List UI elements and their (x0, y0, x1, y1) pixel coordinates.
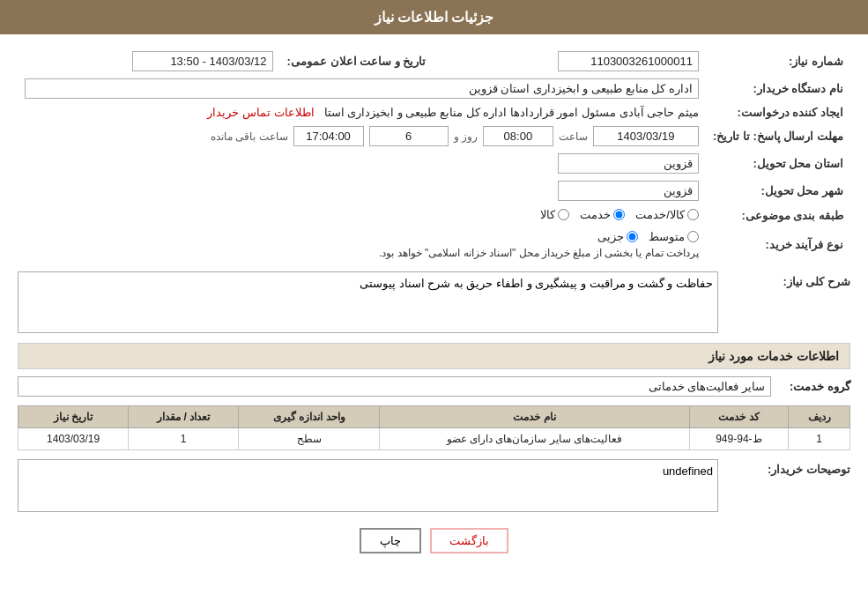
purchase-type-radio-group: متوسط جزیی (597, 230, 699, 243)
category-khidmat[interactable]: خدمت (580, 208, 625, 221)
col-service-name: نام خدمت (380, 406, 689, 428)
province-value: قزوین (558, 153, 699, 174)
need-description-label: شرح کلی نیاز: (727, 271, 850, 288)
creator-value: میثم حاجی آبادی مسئول امور قراردادها ادا… (324, 106, 699, 119)
buyer-notes-label: توصیحات خریدار: (727, 459, 850, 476)
buyer-org-value: اداره کل منابع طبیعی و ابخیزداری استان ق… (25, 78, 699, 99)
col-need-date: تاریخ نیاز (19, 406, 129, 428)
reply-days-label: روز و (454, 130, 478, 143)
page-title: جزئیات اطلاعات نیاز (375, 10, 494, 25)
reply-days-value: 6 (369, 126, 449, 146)
city-label: شهر محل تحویل: (706, 177, 850, 204)
buyer-notes-textarea[interactable] (18, 459, 718, 512)
col-unit: واحد اندازه گیری (239, 406, 380, 428)
cell-unit: سطح (239, 428, 380, 450)
cell-row-num: 1 (789, 428, 850, 450)
reply-deadline-label: مهلت ارسال پاسخ: تا تاریخ: (706, 123, 850, 150)
print-button[interactable]: چاپ (360, 528, 421, 553)
province-label: استان محل تحویل: (706, 150, 850, 177)
cell-need-date: 1403/03/19 (19, 428, 129, 450)
need-description-textarea[interactable] (18, 271, 718, 333)
category-kala-khidmat-radio[interactable] (687, 209, 699, 220)
creator-contact-link[interactable]: اطلاعات تماس خریدار (207, 106, 314, 119)
service-group-label: گروه خدمت: (780, 380, 850, 393)
announce-datetime-label: تاریخ و ساعت اعلان عمومی: (280, 48, 444, 75)
buyer-org-label: نام دستگاه خریدار: (706, 75, 850, 102)
category-kala[interactable]: کالا (540, 208, 569, 221)
city-value: قزوین (558, 181, 699, 201)
col-row-num: ردیف (789, 406, 850, 428)
category-kala-radio[interactable] (558, 209, 569, 220)
cell-quantity: 1 (129, 428, 239, 450)
purchase-type-label: نوع فرآیند خرید: (706, 227, 850, 263)
need-number-value: 1103003261000011 (558, 51, 699, 71)
reply-time-value: 08:00 (483, 126, 553, 146)
service-group-value: سایر فعالیت‌های خدماتی (18, 376, 771, 397)
col-service-code: کد خدمت (689, 406, 789, 428)
purchase-type-mutavasset-radio[interactable] (687, 231, 699, 242)
reply-time-label: ساعت (559, 130, 588, 143)
category-label: طبقه بندی موضوعی: (706, 204, 850, 227)
purchase-note: پرداخت تمام یا بخشی از مبلغ خریداز محل "… (379, 247, 699, 259)
category-kala-khidmat[interactable]: کالا/خدمت (635, 208, 699, 221)
category-radio-group: کالا/خدمت خدمت کالا (540, 208, 699, 221)
col-quantity: تعداد / مقدار (129, 406, 239, 428)
purchase-type-mutavasset[interactable]: متوسط (649, 230, 699, 243)
page-header: جزئیات اطلاعات نیاز (0, 0, 868, 34)
services-section-header: اطلاعات خدمات مورد نیاز (18, 343, 850, 369)
services-table: ردیف کد خدمت نام خدمت واحد اندازه گیری ت… (18, 405, 850, 450)
creator-label: ایجاد کننده درخواست: (706, 102, 850, 123)
reply-remaining-value: 17:04:00 (293, 126, 364, 146)
cell-service-code: ط-94-949 (689, 428, 789, 450)
announce-datetime-value: 1403/03/12 - 13:50 (132, 51, 273, 71)
reply-remaining-label: ساعت باقی مانده (211, 130, 288, 143)
purchase-type-jozi-radio[interactable] (627, 231, 638, 242)
purchase-type-jozi[interactable]: جزیی (597, 230, 638, 243)
table-row: 1 ط-94-949 فعالیت‌های سایر سازمان‌های دا… (19, 428, 850, 450)
cell-service-name: فعالیت‌های سایر سازمان‌های دارای عضو (380, 428, 689, 450)
return-button[interactable]: بازگشت (430, 528, 508, 553)
buttons-row: بازگشت چاپ (18, 528, 850, 567)
reply-date-value: 1403/03/19 (593, 126, 699, 146)
need-number-label: شماره نیاز: (706, 48, 850, 75)
category-khidmat-radio[interactable] (613, 209, 625, 220)
